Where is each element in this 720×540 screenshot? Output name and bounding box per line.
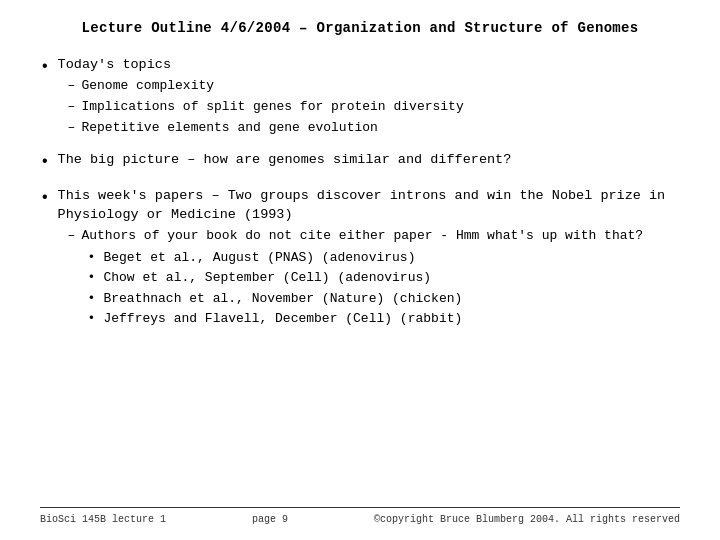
bullet-dot-1: • <box>40 57 50 78</box>
sub-dash: – <box>68 119 76 138</box>
nested-text-0: Beget et al., August (PNAS) (adenovirus) <box>103 248 415 268</box>
section-1-sub-2: – Repetitive elements and gene evolution <box>58 119 464 138</box>
section-2-main: The big picture – how are genomes simila… <box>58 151 512 170</box>
footer: BioSci 145B lecture 1 page 9 ©copyright … <box>40 507 680 525</box>
section-1: • Today's topics – Genome complexity – I… <box>40 56 680 137</box>
footer-center: page 9 <box>252 514 288 525</box>
section-3: • This week's papers – Two groups discov… <box>40 187 680 329</box>
nested-bullets: • Beget et al., August (PNAS) (adenoviru… <box>58 248 680 329</box>
footer-left: BioSci 145B lecture 1 <box>40 514 166 525</box>
nested-item-0: • Beget et al., August (PNAS) (adenoviru… <box>88 248 680 268</box>
nested-item-2: • Breathnach et al., November (Nature) (… <box>88 289 680 309</box>
section-3-content: This week's papers – Two groups discover… <box>58 187 680 329</box>
section-3-sub-text-0: Authors of your book do not cite either … <box>81 227 643 246</box>
nested-item-1: • Chow et al., September (Cell) (adenovi… <box>88 268 680 288</box>
nested-dot: • <box>88 248 96 268</box>
sub-dash: – <box>68 227 76 246</box>
nested-dot: • <box>88 268 96 288</box>
nested-text-3: Jeffreys and Flavell, December (Cell) (r… <box>103 309 462 329</box>
nested-dot: • <box>88 309 96 329</box>
section-1-sub-text-1: Implications of split genes for protein … <box>81 98 463 117</box>
section-3-main: This week's papers – Two groups discover… <box>58 187 680 225</box>
section-1-sub-text-2: Repetitive elements and gene evolution <box>81 119 377 138</box>
section-1-content: Today's topics – Genome complexity – Imp… <box>58 56 464 137</box>
section-1-sub-text-0: Genome complexity <box>81 77 214 96</box>
nested-dot: • <box>88 289 96 309</box>
bullet-dot-3: • <box>40 188 50 209</box>
section-1-sub-1: – Implications of split genes for protei… <box>58 98 464 117</box>
footer-right: ©copyright Bruce Blumberg 2004. All righ… <box>374 514 680 525</box>
sub-dash: – <box>68 98 76 117</box>
content-area: • Today's topics – Genome complexity – I… <box>40 56 680 497</box>
section-1-sub-0: – Genome complexity <box>58 77 464 96</box>
section-2-content: The big picture – how are genomes simila… <box>58 151 512 170</box>
page: Lecture Outline 4/6/2004 – Organization … <box>0 0 720 540</box>
section-3-sub-0: – Authors of your book do not cite eithe… <box>58 227 680 246</box>
section-1-main: Today's topics <box>58 56 464 75</box>
nested-item-3: • Jeffreys and Flavell, December (Cell) … <box>88 309 680 329</box>
bullet-dot-2: • <box>40 152 50 173</box>
sub-dash: – <box>68 77 76 96</box>
page-title: Lecture Outline 4/6/2004 – Organization … <box>40 20 680 36</box>
section-2: • The big picture – how are genomes simi… <box>40 151 680 173</box>
nested-text-2: Breathnach et al., November (Nature) (ch… <box>103 289 462 309</box>
nested-text-1: Chow et al., September (Cell) (adenoviru… <box>103 268 431 288</box>
